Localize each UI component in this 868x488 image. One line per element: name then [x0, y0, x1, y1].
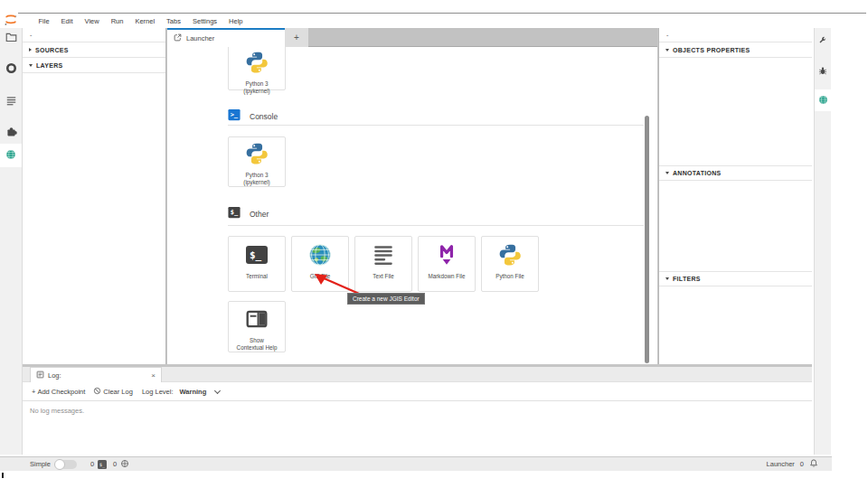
dock-panel: - SOURCES LAYERS [23, 28, 812, 455]
tab-log[interactable]: Log: × [30, 367, 162, 382]
card-label: Python File [495, 273, 524, 280]
card-show-contextual-help[interactable]: Show Contextual Help [228, 301, 286, 352]
log-console-panel: Log: × + Add Checkpoint Clear Lo [23, 367, 812, 455]
list-icon [5, 93, 17, 109]
sidebar-tab-file-browser[interactable] [0, 26, 22, 50]
terminals-count[interactable]: 0 [90, 460, 94, 468]
menu-view[interactable]: View [79, 17, 105, 25]
bell-icon[interactable] [809, 458, 818, 470]
sidebar-tab-jupytergis[interactable] [0, 144, 22, 167]
caret-right-icon [29, 48, 32, 52]
terminal-icon: $_ [245, 243, 269, 270]
annotations-label: ANNOTATIONS [673, 170, 722, 176]
launcher-tab-bar: Launcher + [167, 28, 657, 47]
card-notebook-python3[interactable]: Python 3 (ipykernel) [228, 47, 286, 90]
new-tab-button[interactable]: + [285, 28, 308, 47]
python-logo-icon [245, 142, 269, 169]
menu-file[interactable]: File [33, 17, 55, 25]
card-label: Terminal [246, 273, 268, 280]
svg-text:$_: $_ [231, 209, 239, 216]
menu-kernel[interactable]: Kernel [129, 17, 161, 25]
section-divider [228, 125, 644, 126]
sidebar-tab-property-inspector[interactable] [815, 30, 831, 52]
section-divider [228, 225, 644, 226]
caret-down-icon [29, 64, 33, 67]
log-tab-label: Log: [48, 371, 61, 380]
gis-left-panel: - SOURCES LAYERS [23, 28, 166, 364]
vertical-scrollbar[interactable] [645, 116, 649, 363]
tooltip: Create a new JGIS Editor [347, 293, 425, 305]
tab-launcher[interactable]: Launcher [167, 28, 285, 47]
python-logo-icon [498, 243, 522, 270]
launcher-content: Python 3 (ipykernel) >_ Console [167, 47, 657, 364]
add-checkpoint-button[interactable]: + Add Checkpoint [32, 388, 85, 396]
puzzle-icon [5, 125, 17, 141]
log-level-dropdown[interactable]: Warning [180, 388, 207, 396]
wrench-icon [818, 33, 827, 49]
card-terminal[interactable]: $_ Terminal [228, 236, 286, 292]
launcher-icon [174, 33, 182, 43]
card-python-file[interactable]: Python File [481, 236, 539, 292]
sidebar-tab-table-of-contents[interactable] [0, 89, 22, 113]
sources-section-header[interactable]: SOURCES [23, 42, 165, 58]
objects-properties-header[interactable]: OBJECTS PROPERTIES [659, 42, 812, 58]
left-panel-title: - [23, 28, 165, 42]
simple-mode-toggle[interactable] [55, 460, 77, 469]
terminal-badge-icon[interactable]: $_ [98, 460, 107, 469]
log-level-label: Log Level: [142, 388, 174, 396]
sidebar-tab-running[interactable] [0, 58, 22, 81]
kernel-status-icon[interactable] [120, 459, 129, 470]
svg-text:$_: $_ [250, 249, 262, 261]
plus-icon: + [32, 388, 35, 396]
sidebar-tab-jupytergis-panel[interactable] [815, 89, 831, 111]
objects-properties-label: OBJECTS PROPERTIES [673, 47, 750, 53]
status-left-group: Simple 0 $_ 0 [30, 457, 129, 471]
console-icon: >_ [228, 108, 241, 125]
clear-icon [93, 387, 101, 397]
current-mode-label: Launcher [767, 460, 795, 468]
menu-run[interactable]: Run [105, 17, 129, 25]
menu-tabs[interactable]: Tabs [161, 17, 187, 25]
filters-header[interactable]: FILTERS [659, 271, 812, 286]
menu-help[interactable]: Help [223, 17, 249, 25]
menu-bar: File Edit View Run Kernel Tabs Settings … [33, 14, 249, 28]
console-section-header: >_ Console [228, 108, 278, 125]
sidebar-tab-extensions[interactable] [0, 121, 22, 145]
console-section-title: Console [250, 112, 278, 121]
card-markdown-file[interactable]: Markdown File [418, 236, 476, 292]
caret-down-icon [665, 49, 669, 52]
card-label: Python 3 (ipykernel) [243, 172, 269, 186]
launcher-panel: Launcher + Python [167, 28, 657, 364]
log-icon [36, 371, 44, 380]
other-section-title: Other [250, 210, 269, 219]
launcher-tab-label: Launcher [186, 34, 214, 42]
kernels-count[interactable]: 0 [113, 460, 117, 468]
svg-text:>_: >_ [231, 111, 239, 118]
clear-log-button[interactable]: Clear Log [93, 387, 133, 397]
markdown-icon [435, 243, 458, 270]
log-empty-message: No log messages. [30, 407, 84, 415]
gis-globe-icon [818, 92, 828, 108]
jupyterlab-window: File Edit View Run Kernel Tabs Settings … [0, 0, 868, 488]
terminal-small-icon: $_ [228, 206, 241, 222]
right-sidebar-strip [814, 28, 831, 455]
left-sidebar-strip [0, 28, 23, 455]
menu-settings[interactable]: Settings [186, 17, 222, 25]
card-label: Show Contextual Help [237, 337, 278, 352]
layers-section-header[interactable]: LAYERS [23, 58, 165, 73]
annotations-header[interactable]: ANNOTATIONS [659, 165, 812, 181]
close-icon[interactable]: × [151, 371, 156, 380]
chevron-down-icon[interactable] [214, 387, 221, 393]
filters-label: FILTERS [673, 276, 701, 282]
notifications-count[interactable]: 0 [800, 460, 804, 468]
log-toolbar: + Add Checkpoint Clear Log Log Level: Wa… [23, 382, 812, 401]
status-bar: Simple 0 $_ 0 Launcher 0 [0, 456, 832, 471]
menu-edit[interactable]: Edit [55, 17, 79, 25]
simple-mode-label: Simple [30, 460, 51, 468]
sidebar-tab-debugger[interactable] [815, 61, 831, 82]
gis-right-panel: - OBJECTS PROPERTIES ANNOTATIONS FILTERS [658, 28, 812, 364]
card-label: Markdown File [429, 273, 466, 280]
caret-down-icon [665, 172, 669, 174]
card-console-python3[interactable]: Python 3 (ipykernel) [228, 136, 286, 187]
toggle-knob [54, 459, 65, 470]
